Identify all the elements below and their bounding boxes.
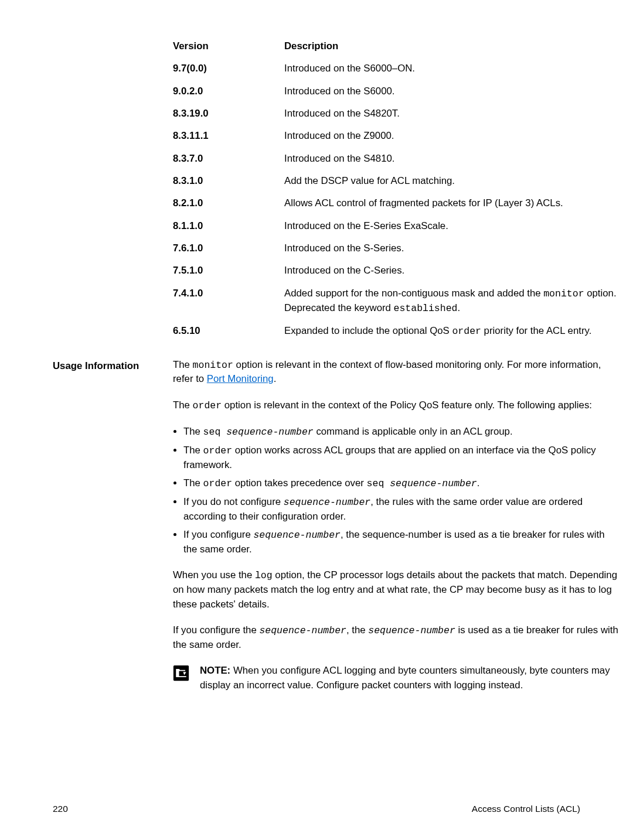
list-item: The order option takes precedence over s… (183, 476, 618, 491)
header-description: Description (284, 35, 618, 57)
note-block: NOTE: When you configure ACL logging and… (173, 664, 618, 692)
usage-information-label: Usage Information (53, 359, 149, 373)
usage-para-log: When you use the log option, the CP proc… (173, 568, 618, 612)
description-cell: Introduced on the S6000. (284, 80, 618, 103)
description-cell: Allows ACL control of fragmented packets… (284, 192, 618, 214)
list-item: If you do not configure sequence-number,… (183, 495, 618, 524)
version-history-table: Version Description 9.7(0.0)Introduced o… (173, 35, 618, 343)
svg-rect-0 (173, 665, 189, 681)
usage-para-order: The order option is relevant in the cont… (173, 398, 618, 413)
usage-information-body: The monitor option is relevant in the co… (173, 358, 618, 692)
usage-bullet-list: The seq sequence-number command is appli… (183, 425, 618, 557)
description-cell: Introduced on the E-Series ExaScale. (284, 215, 618, 237)
table-row: 7.5.1.0Introduced on the C-Series. (173, 259, 618, 282)
table-row: 8.2.1.0Allows ACL control of fragmented … (173, 192, 618, 214)
port-monitoring-link[interactable]: Port Monitoring (207, 373, 274, 384)
page-number: 220 (53, 803, 68, 815)
page-footer: 220 Access Control Lists (ACL) (53, 803, 580, 815)
note-text: NOTE: When you configure ACL logging and… (200, 664, 618, 692)
version-cell: 7.6.1.0 (173, 237, 284, 259)
table-row: 8.3.1.0Add the DSCP value for ACL matchi… (173, 170, 618, 192)
description-cell: Introduced on the S4820T. (284, 103, 618, 125)
description-cell: Introduced on the S-Series. (284, 237, 618, 259)
version-cell: 8.2.1.0 (173, 192, 284, 214)
version-cell: 8.3.19.0 (173, 103, 284, 125)
footer-title: Access Control Lists (ACL) (472, 803, 580, 815)
usage-para-sequence: If you configure the sequence-number, th… (173, 623, 618, 652)
table-row: 9.7(0.0)Introduced on the S6000–ON. (173, 57, 618, 80)
version-cell: 8.3.11.1 (173, 125, 284, 147)
list-item: The seq sequence-number command is appli… (183, 425, 618, 439)
header-version: Version (173, 35, 284, 57)
version-cell: 7.4.1.0 (173, 282, 284, 320)
version-cell: 8.3.1.0 (173, 170, 284, 192)
table-header: Version Description (173, 35, 618, 57)
description-cell: Added support for the non-contiguous mas… (284, 282, 618, 320)
note-icon (173, 665, 189, 681)
description-cell: Introduced on the Z9000. (284, 125, 618, 147)
description-cell: Add the DSCP value for ACL matching. (284, 170, 618, 192)
version-cell: 8.1.1.0 (173, 215, 284, 237)
table-row: 8.3.19.0Introduced on the S4820T. (173, 103, 618, 125)
description-cell: Introduced on the S4810. (284, 148, 618, 170)
table-row: 7.4.1.0 Added support for the non-contig… (173, 282, 618, 320)
list-item: The order option works across ACL groups… (183, 443, 618, 472)
description-cell: Expanded to include the optional QoS ord… (284, 320, 618, 343)
version-cell: 6.5.10 (173, 320, 284, 343)
table-row: 8.3.7.0Introduced on the S4810. (173, 148, 618, 170)
table-row: 6.5.10 Expanded to include the optional … (173, 320, 618, 343)
table-row: 9.0.2.0Introduced on the S6000. (173, 80, 618, 103)
table-row: 8.3.11.1Introduced on the Z9000. (173, 125, 618, 147)
version-cell: 9.0.2.0 (173, 80, 284, 103)
description-cell: Introduced on the S6000–ON. (284, 57, 618, 80)
version-cell: 9.7(0.0) (173, 57, 284, 80)
list-item: If you configure sequence-number, the se… (183, 528, 618, 556)
version-cell: 8.3.7.0 (173, 148, 284, 170)
version-cell: 7.5.1.0 (173, 259, 284, 282)
table-row: 8.1.1.0Introduced on the E-Series ExaSca… (173, 215, 618, 237)
description-cell: Introduced on the C-Series. (284, 259, 618, 282)
usage-para-monitor: The monitor option is relevant in the co… (173, 358, 618, 387)
table-row: 7.6.1.0Introduced on the S-Series. (173, 237, 618, 259)
